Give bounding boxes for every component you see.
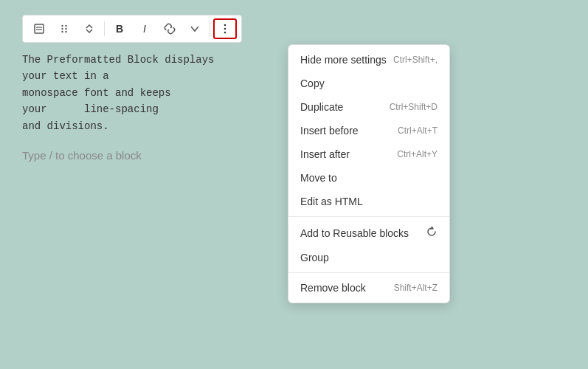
menu-section-3: Remove block Shift+Alt+Z <box>288 273 449 303</box>
svg-rect-0 <box>35 24 44 33</box>
options-dropdown-menu: Hide more settings Ctrl+Shift+, Copy Dup… <box>288 44 450 303</box>
svg-point-7 <box>65 28 66 30</box>
italic-icon: I <box>143 23 146 35</box>
move-up-down-button[interactable] <box>77 18 101 39</box>
italic-button[interactable]: I <box>133 18 156 39</box>
options-button[interactable] <box>213 18 237 39</box>
menu-item-insert-before[interactable]: Insert before Ctrl+Alt+T <box>288 119 449 142</box>
menu-item-hide-more-settings[interactable]: Hide more settings Ctrl+Shift+, <box>288 48 449 72</box>
menu-section-1: Hide more settings Ctrl+Shift+, Copy Dup… <box>288 45 449 217</box>
link-button[interactable] <box>158 18 181 39</box>
menu-item-group[interactable]: Group <box>288 246 449 269</box>
block-type-button[interactable] <box>27 18 51 39</box>
svg-point-4 <box>61 28 63 30</box>
bold-button[interactable]: B <box>108 18 131 39</box>
block-toolbar: B I <box>22 15 242 43</box>
menu-item-insert-after[interactable]: Insert after Ctrl+Alt+Y <box>288 142 449 166</box>
svg-point-10 <box>224 28 226 30</box>
reusable-blocks-icon <box>426 226 437 240</box>
svg-point-5 <box>61 31 63 32</box>
menu-item-duplicate[interactable]: Duplicate Ctrl+Shift+D <box>288 95 449 119</box>
toolbar-divider-2 <box>210 21 210 36</box>
svg-point-11 <box>224 32 226 34</box>
menu-section-2: Add to Reusable blocks Group <box>288 217 449 273</box>
drag-button[interactable] <box>52 18 76 39</box>
menu-item-remove-block[interactable]: Remove block Shift+Alt+Z <box>288 276 449 300</box>
menu-item-edit-as-html[interactable]: Edit as HTML <box>288 190 449 213</box>
bold-icon: B <box>116 23 123 35</box>
svg-point-6 <box>65 25 66 27</box>
menu-item-add-reusable[interactable]: Add to Reusable blocks <box>288 220 449 246</box>
menu-item-copy[interactable]: Copy <box>288 72 449 95</box>
svg-point-3 <box>61 25 63 27</box>
svg-point-9 <box>224 24 226 27</box>
more-button[interactable] <box>183 18 207 39</box>
toolbar-divider-1 <box>104 21 105 36</box>
svg-point-8 <box>65 31 66 32</box>
menu-item-move-to[interactable]: Move to <box>288 166 449 190</box>
editor-area: B I The Preformatted Block displays you <box>0 0 588 369</box>
